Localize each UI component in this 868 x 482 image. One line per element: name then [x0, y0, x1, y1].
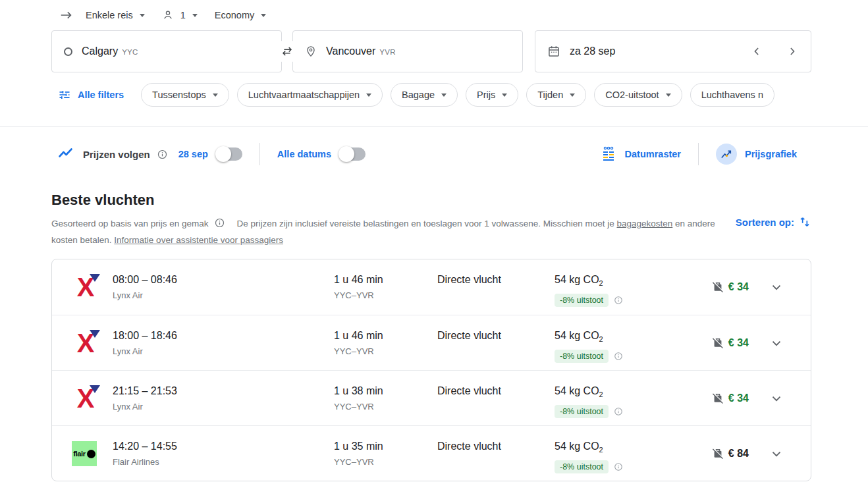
- flight-row[interactable]: flair 14:20 – 14:55 Flair Airlines 1 u 3…: [52, 425, 811, 481]
- passenger-assistance-link[interactable]: Informatie over assistentie voor passagi…: [114, 235, 283, 245]
- flight-duration: 1 u 38 min: [334, 384, 437, 398]
- info-icon[interactable]: [614, 462, 623, 471]
- airline-logo: X: [72, 315, 113, 371]
- airline-name: Lynx Air: [113, 345, 334, 358]
- flight-route: YYC–YVR: [334, 456, 437, 469]
- flight-row[interactable]: X 21:15 – 21:53 Lynx Air 1 u 38 min YYC–…: [52, 370, 811, 425]
- filter-chip-times[interactable]: Tijden: [526, 83, 586, 107]
- emissions-cell: 54 kg CO2 -8% uitstoot: [555, 371, 711, 418]
- filter-chip-airlines[interactable]: Luchtvaartmaatschappijen: [237, 83, 383, 107]
- flight-duration: 1 u 46 min: [334, 273, 437, 287]
- results-subtitle: Gesorteerd op basis van prijs en gemak D…: [51, 215, 717, 248]
- info-icon[interactable]: [214, 217, 225, 228]
- info-icon[interactable]: [157, 149, 168, 160]
- origin-input[interactable]: CalgaryYYC: [51, 30, 282, 72]
- chip-label: Tussenstops: [152, 90, 206, 100]
- duration-cell: 1 u 46 min YYC–YVR: [334, 259, 437, 302]
- airline-name: Lynx Air: [113, 400, 334, 414]
- calendar-icon: [547, 45, 560, 58]
- trending-chart-icon: [58, 146, 74, 162]
- flight-row[interactable]: X 08:00 – 08:46 Lynx Air 1 u 46 min YYC–…: [52, 259, 811, 315]
- destination-input[interactable]: VancouverYVR: [292, 30, 523, 72]
- chevron-down-icon: [366, 94, 371, 97]
- expand-flight-button[interactable]: [758, 259, 795, 315]
- time-cell: 18:00 – 18:46 Lynx Air: [113, 315, 334, 358]
- chevron-down-icon: [502, 94, 507, 97]
- flight-times: 21:15 – 21:53: [113, 384, 334, 398]
- stops-cell: Directe vlucht: [437, 259, 555, 287]
- track-date-toggle[interactable]: [216, 147, 242, 161]
- price-cell: € 34: [711, 315, 758, 371]
- date-grid-button[interactable]: Datumraster: [600, 146, 681, 163]
- all-filters-button[interactable]: Alle filters: [58, 88, 124, 101]
- filter-chip-bags[interactable]: Bagage: [391, 83, 458, 107]
- emissions-cell: 54 kg CO2 -8% uitstoot: [555, 426, 711, 473]
- baggage-costs-link[interactable]: bagagekosten: [616, 219, 672, 228]
- chip-label: Luchthavens n: [701, 90, 763, 100]
- destination-city: Vancouver: [326, 45, 375, 57]
- chevron-down-icon: [769, 446, 784, 461]
- filter-chip-price[interactable]: Prijs: [466, 83, 518, 107]
- price-graph-label: Prijsgrafiek: [745, 149, 797, 159]
- flight-duration: 1 u 46 min: [334, 329, 437, 343]
- co2-amount: 54 kg CO2: [555, 384, 711, 402]
- filter-chip-airports[interactable]: Luchthavens n: [690, 83, 774, 107]
- co2-amount: 54 kg CO2: [555, 273, 711, 290]
- airline-name: Flair Airlines: [113, 456, 334, 469]
- chevron-down-icon: [140, 14, 145, 17]
- info-icon[interactable]: [614, 352, 623, 361]
- price-cell: € 34: [711, 371, 758, 426]
- sort-arrows-icon: [798, 215, 811, 228]
- stops-label: Directe vlucht: [437, 273, 555, 287]
- price-tracking-bar: Prijzen volgen 28 sep Alle datums Datumr…: [58, 139, 797, 169]
- expand-flight-button[interactable]: [758, 315, 795, 371]
- section-divider: [0, 126, 868, 127]
- person-icon: [162, 9, 174, 21]
- co2-amount: 54 kg CO2: [555, 439, 711, 457]
- cabin-class-label: Economy: [215, 10, 254, 20]
- flight-price: € 34: [728, 337, 749, 349]
- price-graph-button[interactable]: Prijsgrafiek: [716, 144, 797, 165]
- date-grid-label: Datumraster: [625, 149, 681, 159]
- info-icon[interactable]: [614, 296, 623, 305]
- destination-code: YVR: [379, 48, 396, 56]
- trip-type-select[interactable]: Enkele reis: [80, 7, 150, 23]
- chip-label: CO2-uitstoot: [605, 90, 659, 100]
- swap-locations-button[interactable]: [275, 40, 299, 63]
- track-prices-label: Prijzen volgen: [83, 149, 150, 160]
- vertical-divider: [259, 143, 260, 165]
- expand-flight-button[interactable]: [758, 371, 795, 426]
- chevron-down-icon: [441, 94, 447, 97]
- origin-code: YYC: [122, 48, 138, 56]
- airline-name: Lynx Air: [113, 289, 334, 302]
- all-dates-toggle[interactable]: [339, 147, 366, 161]
- stops-label: Directe vlucht: [437, 439, 555, 454]
- filter-chip-emissions[interactable]: CO2-uitstoot: [594, 83, 682, 107]
- trip-type-label: Enkele reis: [86, 10, 133, 20]
- info-icon[interactable]: [614, 407, 623, 416]
- emissions-cell: 54 kg CO2 -8% uitstoot: [555, 259, 711, 307]
- tune-filter-icon: [58, 88, 71, 101]
- cabin-class-select[interactable]: Economy: [209, 7, 271, 23]
- flight-row[interactable]: X 18:00 – 18:46 Lynx Air 1 u 46 min YYC–…: [52, 315, 811, 370]
- date-field[interactable]: za 28 sep: [535, 30, 811, 72]
- airline-logo: X: [72, 371, 113, 426]
- chevron-left-icon: [750, 45, 763, 58]
- expand-flight-button[interactable]: [758, 426, 795, 481]
- next-date-button[interactable]: [786, 45, 799, 58]
- chevron-down-icon: [261, 14, 266, 17]
- swap-arrows-icon: [280, 44, 294, 59]
- all-dates-option[interactable]: Alle datums: [277, 149, 331, 159]
- passenger-select[interactable]: 1: [157, 7, 203, 24]
- chevron-down-icon: [769, 280, 784, 294]
- sort-by-label: Sorteren op:: [736, 217, 794, 228]
- previous-date-button[interactable]: [750, 45, 763, 58]
- sort-by-button[interactable]: Sorteren op:: [736, 215, 811, 228]
- filter-chip-stops[interactable]: Tussenstops: [141, 83, 229, 107]
- departure-date: za 28 sep: [570, 45, 615, 57]
- track-date-option[interactable]: 28 sep: [178, 149, 208, 159]
- flight-times: 08:00 – 08:46: [113, 273, 334, 287]
- duration-cell: 1 u 46 min YYC–YVR: [334, 315, 437, 358]
- time-cell: 14:20 – 14:55 Flair Airlines: [113, 426, 334, 469]
- trip-options-bar: Enkele reis 1 Economy: [0, 0, 868, 25]
